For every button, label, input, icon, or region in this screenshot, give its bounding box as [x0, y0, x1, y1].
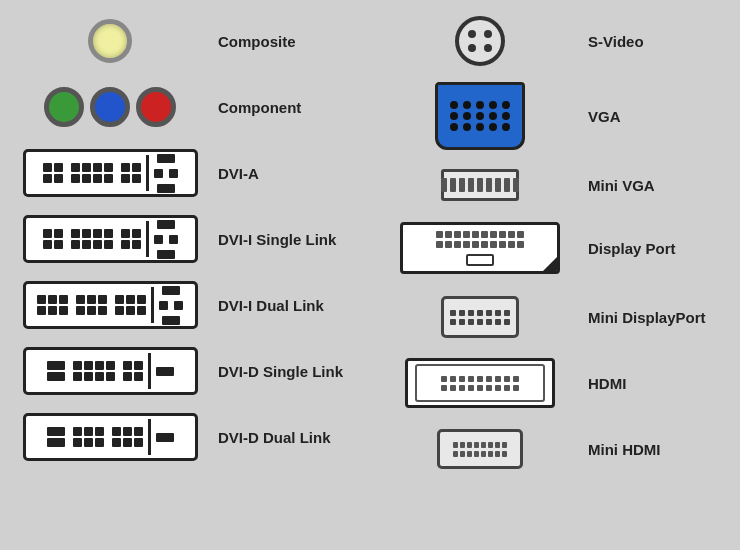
vga-label: VGA [580, 108, 740, 125]
pin [59, 306, 68, 315]
dp-pin [454, 231, 461, 238]
pin [54, 240, 63, 249]
dp-pin [499, 241, 506, 248]
hdmi-pin [441, 385, 447, 391]
mini-hdmi-connector [437, 429, 523, 469]
hdmi-label: HDMI [580, 375, 740, 392]
pin [73, 427, 82, 436]
pin [169, 235, 178, 244]
dp-pin [463, 241, 470, 248]
pin [106, 372, 115, 381]
pin [123, 361, 132, 370]
dvi-d-single-pins [47, 353, 174, 389]
dvi-a-divider [146, 155, 149, 191]
mhdmi-pin [460, 451, 465, 457]
dvi-id-divider [151, 287, 154, 323]
pin [169, 169, 178, 178]
pin [104, 229, 113, 238]
pin [95, 427, 104, 436]
dp-pin [517, 231, 524, 238]
pin [98, 306, 107, 315]
mvga-pin [513, 178, 519, 192]
dvi-is-divider [146, 221, 149, 257]
pin [132, 240, 141, 249]
dvi-d-dual-connector [23, 413, 198, 461]
dvi-a-connector [23, 149, 198, 197]
pin [43, 240, 52, 249]
hdmi-pin [486, 385, 492, 391]
pin [59, 295, 68, 304]
mini-dp-row2 [450, 319, 510, 325]
vga-pin [502, 123, 510, 131]
mhdmi-pin [495, 451, 500, 457]
vga-pin [476, 123, 484, 131]
pin-wide [157, 250, 175, 259]
pin [134, 427, 143, 436]
pin [73, 372, 82, 381]
dvi-a-label: DVI-A [210, 165, 370, 182]
dvi-d-single-connector [23, 347, 198, 395]
dvi-a-connector-area [10, 149, 210, 197]
mhdmi-pin [453, 442, 458, 448]
dvi-d-single-label: DVI-D Single Link [210, 363, 370, 380]
component-row: Component [10, 76, 370, 138]
hdmi-pin [450, 376, 456, 382]
mhdmi-pin [467, 442, 472, 448]
pin [48, 306, 57, 315]
displayport-connector-area [380, 222, 580, 274]
pin [84, 361, 93, 370]
pin [43, 163, 52, 172]
pin [137, 306, 146, 315]
vga-connector [435, 82, 525, 150]
pin [84, 427, 93, 436]
component-connector-area [10, 87, 210, 127]
dvi-ds-right [156, 367, 174, 376]
mdp-pin [477, 319, 483, 325]
mdp-pin [468, 310, 474, 316]
svideo-pins-bottom [468, 44, 492, 52]
dvi-dd-divider [148, 419, 151, 455]
mvga-pin [459, 178, 465, 192]
pin [43, 174, 52, 183]
svideo-row: S-Video [380, 10, 740, 72]
pin [121, 163, 130, 172]
dvi-i-dual-pins [37, 286, 183, 325]
pin [84, 438, 93, 447]
pin [104, 240, 113, 249]
pin [82, 240, 91, 249]
displayport-row: Display Port [380, 214, 740, 282]
dvi-a-row2 [43, 174, 141, 183]
mvga-pin [477, 178, 483, 192]
mdp-pin [504, 310, 510, 316]
component-red [136, 87, 176, 127]
dvi-d-dual-connector-area [10, 413, 210, 461]
pin [159, 301, 168, 310]
dp-pin [508, 241, 515, 248]
mhdmi-pin [467, 451, 472, 457]
dvi-id-right [159, 286, 183, 325]
svideo-connector-area [380, 16, 580, 66]
mini-dp-row: Mini DisplayPort [380, 286, 740, 348]
vga-pin [489, 112, 497, 120]
main-container: Composite Component [0, 0, 740, 550]
dvi-i-single-label: DVI-I Single Link [210, 231, 370, 248]
dp-pin [481, 241, 488, 248]
mhdmi-pin [453, 451, 458, 457]
mdp-pin [477, 310, 483, 316]
dvi-id-row2 [37, 306, 146, 315]
mhdmi-pin [481, 442, 486, 448]
mini-dp-connector-area [380, 296, 580, 338]
mdp-pin [486, 310, 492, 316]
mini-hdmi-row: Mini HDMI [380, 418, 740, 480]
svideo-pins-top [468, 30, 492, 38]
pin-wide [162, 286, 180, 295]
component-connector [44, 87, 176, 127]
pin [37, 306, 46, 315]
composite-connector [88, 19, 132, 63]
dvi-id-row1 [37, 295, 146, 304]
mini-vga-connector-area [380, 169, 580, 201]
mhdmi-pin [488, 442, 493, 448]
hdmi-pin [495, 376, 501, 382]
hdmi-pin [513, 376, 519, 382]
hdmi-pin [495, 385, 501, 391]
